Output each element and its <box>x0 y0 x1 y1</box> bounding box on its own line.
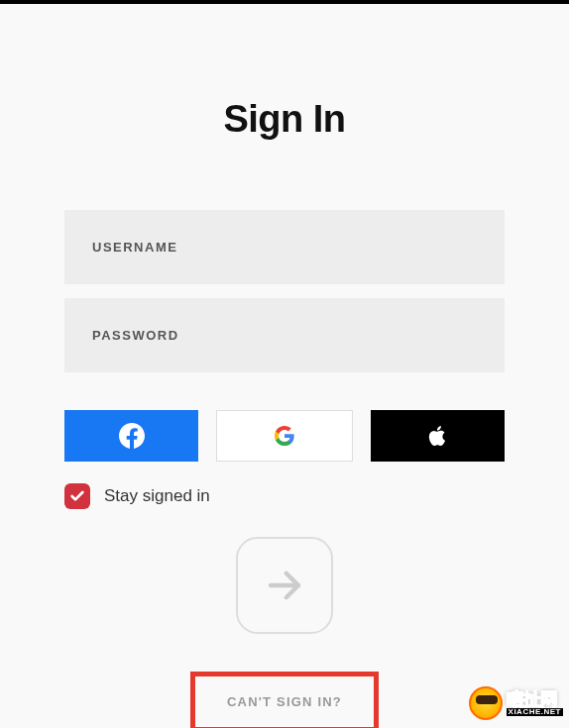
highlight-box: CAN'T SIGN IN? <box>190 672 379 728</box>
watermark-main: 瞎扯网 <box>507 690 563 708</box>
facebook-icon <box>119 423 145 449</box>
checkbox-box <box>64 483 90 509</box>
google-login-button[interactable] <box>216 410 352 462</box>
username-input[interactable] <box>64 210 505 284</box>
stay-signed-in-checkbox[interactable]: Stay signed in <box>64 483 505 509</box>
apple-icon <box>425 422 449 450</box>
signin-container: Sign In <box>0 98 569 728</box>
watermark-text: 瞎扯网 XIACHE.NET <box>507 690 563 716</box>
watermark-sub: XIACHE.NET <box>507 708 563 716</box>
username-group <box>64 210 505 284</box>
watermark-emoji-icon <box>469 686 503 720</box>
checkmark-icon <box>69 488 85 504</box>
google-icon <box>274 425 295 447</box>
submit-button[interactable] <box>236 537 333 634</box>
social-login-row <box>64 410 505 462</box>
password-input[interactable] <box>64 298 505 372</box>
page-title: Sign In <box>64 98 505 141</box>
links-section: CAN'T SIGN IN? CREATE ACCOUNT <box>64 672 505 728</box>
arrow-right-icon <box>264 565 305 606</box>
watermark: 瞎扯网 XIACHE.NET <box>469 686 563 720</box>
facebook-login-button[interactable] <box>64 410 198 462</box>
cant-sign-in-link[interactable]: CAN'T SIGN IN? <box>227 694 342 709</box>
password-group <box>64 298 505 372</box>
apple-login-button[interactable] <box>371 410 505 462</box>
checkbox-label: Stay signed in <box>104 486 210 506</box>
top-accent-bar <box>0 0 569 4</box>
